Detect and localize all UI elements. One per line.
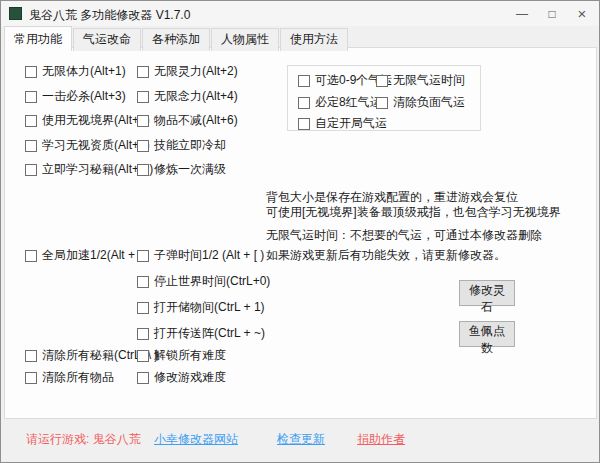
checkbox-label: 无限灵力(Alt+2): [154, 63, 238, 80]
checkbox-box-icon: [25, 66, 37, 78]
checkbox-box-icon: [137, 140, 149, 152]
status-bar: 请运行游戏: 鬼谷八荒 小幸修改器网站 检查更新 捐助作者: [1, 419, 599, 463]
tab-bar: 常用功能 气运改命 各种添加 人物属性 使用方法: [4, 26, 349, 51]
checkbox-box-icon: [298, 75, 310, 87]
checkbox-stop-world-time[interactable]: 停止世界时间(CtrL+0): [137, 274, 270, 289]
checkbox-box-icon: [376, 75, 388, 87]
checkbox-label: 学习无视资质(Alt+9): [42, 137, 150, 154]
tab-common-functions[interactable]: 常用功能: [4, 26, 72, 51]
checkbox-items-no-decrease[interactable]: 物品不减(Alt+6): [137, 113, 238, 128]
checkbox-label: 使用无视境界(Alt+0): [42, 112, 150, 129]
checkbox-one-hit-kill[interactable]: 一击必杀(Alt+3): [25, 89, 126, 104]
checkbox-box-icon: [137, 115, 149, 127]
checkbox-box-icon: [137, 91, 149, 103]
checkbox-label: 打开传送阵(CtrL + ~): [154, 325, 265, 342]
qiyun-options-group: 可选0-9个气运 必定8红气运 自定开局气运 无限气运时间 清除负面气运: [287, 65, 481, 131]
maximize-button[interactable]: □: [537, 1, 567, 26]
checkbox-label: 无限念力(Alt+4): [154, 88, 238, 105]
window-title: 鬼谷八荒 多功能修改器 V1.7.0: [29, 7, 190, 24]
checkbox-box-icon: [137, 66, 149, 78]
checkbox-custom-starting-qiyun[interactable]: 自定开局气运: [298, 116, 387, 131]
checkbox-infinite-spirit-power[interactable]: 无限灵力(Alt+2): [137, 64, 238, 79]
title-bar: 鬼谷八荒 多功能修改器 V1.7.0 — □ ×: [1, 1, 599, 26]
checkbox-label: 一击必杀(Alt+3): [42, 88, 126, 105]
checkbox-learn-ignore-aptitude[interactable]: 学习无视资质(Alt+9): [25, 138, 150, 153]
checkbox-label: 物品不减(Alt+6): [154, 112, 238, 129]
checkbox-label: 技能立即冷却: [154, 137, 226, 154]
checkbox-label: 打开储物间(CtrL + 1): [154, 299, 265, 316]
check-update-link[interactable]: 检查更新: [277, 431, 325, 448]
info-ignore-realm-note: 可使用[无视境界]装备最顶级戒指，也包含学习无视境界: [266, 204, 561, 221]
checkbox-box-icon: [25, 250, 37, 262]
checkbox-clear-all-items[interactable]: 清除所有物品: [25, 370, 114, 385]
checkbox-bullet-time[interactable]: 子弹时间1/2 (Alt + [ ): [137, 248, 264, 263]
checkbox-unlock-all-difficulties[interactable]: 解锁所有难度: [137, 348, 226, 363]
checkbox-label: 清除所有物品: [42, 369, 114, 386]
window-controls: — □ ×: [507, 1, 597, 26]
tab-character-attributes[interactable]: 人物属性: [211, 28, 279, 51]
checkbox-open-teleport-array[interactable]: 打开传送阵(CtrL + ~): [137, 326, 265, 341]
checkbox-box-icon: [298, 97, 310, 109]
checkbox-clear-negative-qiyun[interactable]: 清除负面气运: [376, 95, 465, 110]
checkbox-box-icon: [25, 91, 37, 103]
checkbox-box-icon: [137, 276, 149, 288]
checkbox-label: 清除负面气运: [393, 94, 465, 111]
checkbox-guarantee-8-red-qiyun[interactable]: 必定8红气运: [298, 95, 382, 110]
checkbox-box-icon: [137, 250, 149, 262]
app-icon: [9, 7, 22, 20]
minimize-button[interactable]: —: [507, 1, 537, 26]
checkbox-label: 修改游戏难度: [154, 369, 226, 386]
checkbox-box-icon: [137, 302, 149, 314]
info-qiyun-time-note: 无限气运时间：不想要的气运，可通过本修改器删除: [266, 227, 542, 244]
app-window: 鬼谷八荒 多功能修改器 V1.7.0 — □ × 常用功能 气运改命 各种添加 …: [0, 0, 600, 463]
checkbox-global-speed[interactable]: 全局加速1/2(Alt + ] ): [25, 248, 149, 263]
checkbox-box-icon: [137, 372, 149, 384]
checkbox-label: 修炼一次满级: [154, 161, 226, 178]
tab-page-common-functions: 无限体力(Alt+1) 一击必杀(Alt+3) 使用无视境界(Alt+0) 学习…: [4, 47, 597, 419]
run-game-hint: 请运行游戏: 鬼谷八荒: [26, 431, 141, 448]
checkbox-use-ignore-realm[interactable]: 使用无视境界(Alt+0): [25, 113, 150, 128]
checkbox-modify-game-difficulty[interactable]: 修改游戏难度: [137, 370, 226, 385]
trainer-website-link[interactable]: 小幸修改器网站: [154, 431, 238, 448]
checkbox-label: 必定8红气运: [315, 94, 382, 111]
checkbox-label: 自定开局气运: [315, 115, 387, 132]
checkbox-box-icon: [376, 97, 388, 109]
info-update-note: 如果游戏更新后有功能失效，请更新修改器。: [266, 247, 506, 264]
tab-usage-instructions[interactable]: 使用方法: [280, 28, 348, 51]
fish-pendant-points-button[interactable]: 鱼佩点数: [459, 321, 515, 347]
checkbox-infinite-qiyun-time[interactable]: 无限气运时间: [376, 73, 465, 88]
tab-various-additions[interactable]: 各种添加: [142, 28, 210, 51]
checkbox-label: 无限气运时间: [393, 72, 465, 89]
checkbox-box-icon: [25, 372, 37, 384]
checkbox-learn-manual-instantly[interactable]: 立即学习秘籍(Alt+ =): [25, 162, 153, 177]
checkbox-box-icon: [25, 140, 37, 152]
checkbox-label: 全局加速1/2(Alt + ] ): [42, 247, 149, 264]
checkbox-label: 子弹时间1/2 (Alt + [ ): [154, 247, 264, 264]
checkbox-box-icon: [25, 350, 37, 362]
close-button[interactable]: ×: [567, 1, 597, 26]
checkbox-infinite-stamina[interactable]: 无限体力(Alt+1): [25, 64, 126, 79]
modify-spirit-stone-button[interactable]: 修改灵石: [459, 280, 515, 306]
checkbox-box-icon: [298, 118, 310, 130]
checkbox-cultivate-once-max-level[interactable]: 修炼一次满级: [137, 162, 226, 177]
checkbox-label: 无限体力(Alt+1): [42, 63, 126, 80]
checkbox-box-icon: [25, 164, 37, 176]
donate-author-link[interactable]: 捐助作者: [357, 431, 405, 448]
checkbox-label: 解锁所有难度: [154, 347, 226, 364]
checkbox-box-icon: [137, 328, 149, 340]
checkbox-label: 停止世界时间(CtrL+0): [154, 273, 270, 290]
checkbox-box-icon: [137, 164, 149, 176]
checkbox-open-storage-room[interactable]: 打开储物间(CtrL + 1): [137, 300, 265, 315]
checkbox-infinite-mind-power[interactable]: 无限念力(Alt+4): [137, 89, 238, 104]
tab-qiyun-destiny[interactable]: 气运改命: [73, 28, 141, 51]
checkbox-box-icon: [25, 115, 37, 127]
checkbox-box-icon: [137, 350, 149, 362]
checkbox-skill-instant-cooldown[interactable]: 技能立即冷却: [137, 138, 226, 153]
